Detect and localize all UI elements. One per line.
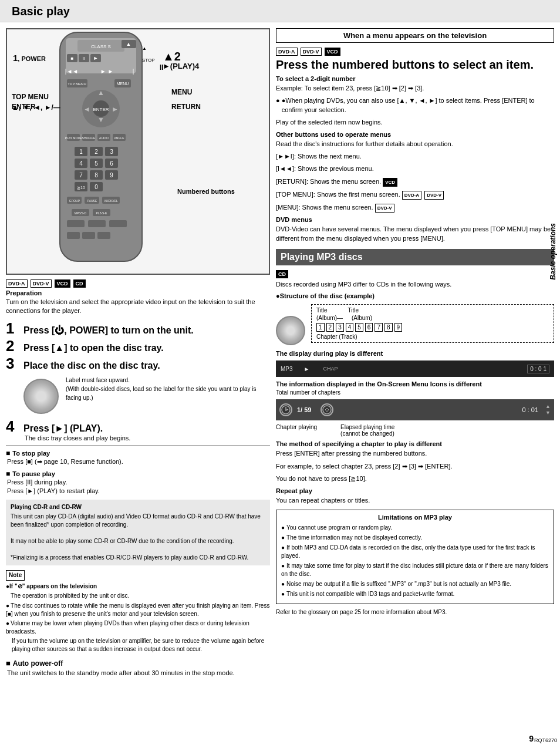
- method-text2: For example, to select chapter 23, press…: [276, 462, 554, 471]
- svg-text:■: ■: [71, 56, 74, 61]
- chapter-playing-label: Chapter playing: [276, 424, 317, 437]
- preparation-title: Preparation: [6, 289, 270, 296]
- select-2digit-title: To select a 2-digit number: [276, 75, 554, 82]
- label-numbered: Numbered buttons: [177, 188, 235, 195]
- lim6: This unit is not compatible with ID3 tag…: [281, 590, 549, 598]
- badge-btn4-v: DVD-V: [424, 191, 444, 200]
- menu-banner: When a menu appears on the television: [276, 28, 554, 43]
- display-title: The display during play is different: [276, 350, 554, 357]
- page-title: Basic play: [0, 0, 560, 22]
- method-title: The method of specifying a chapter to pl…: [276, 440, 554, 447]
- method-text1: Press [ENTER] after pressing the numbere…: [276, 449, 554, 458]
- step-3-row: 3 Place the disc on the disc tray.: [6, 356, 270, 371]
- svg-text:►: ►: [112, 105, 119, 113]
- badge-row-cd: CD: [276, 270, 554, 278]
- to-pause-title: To pause play: [6, 470, 270, 478]
- remote-illustration: CLASS S ■ II ► |◄◄ ► ► | ▲ TOP MENU: [6, 28, 270, 275]
- remote-svg: CLASS S ■ II ► |◄◄ ► ► | ▲ TOP MENU: [42, 29, 160, 264]
- total-chapters-label: Total number of chapters: [276, 389, 554, 396]
- svg-text:PL3-S-E: PL3-S-E: [96, 211, 108, 215]
- tree-chapter-label: Chapter (Track): [316, 333, 549, 340]
- step-3-num: 3: [6, 356, 23, 371]
- svg-text:4: 4: [79, 160, 83, 167]
- lim4: It may take some time for play to start …: [281, 562, 549, 578]
- btn2: [I◄◄]: Shows the previous menu.: [276, 164, 554, 173]
- note-item1-label: ●If "⊘" appears on the television: [6, 582, 270, 591]
- icons-labels: Chapter playing Elapsed playing time (ca…: [276, 424, 554, 437]
- svg-text:9: 9: [110, 172, 113, 178]
- badge-btn5: DVD-V: [375, 204, 394, 213]
- limitations-box: Limitations on MP3 play You cannot use p…: [276, 510, 554, 604]
- tree-num-6: 6: [365, 323, 373, 332]
- to-pause-line2: Press [►] (PLAY) to restart play.: [7, 487, 270, 496]
- limitations-title: Limitations on MP3 play: [281, 514, 549, 521]
- preparation-text: Turn on the television and select the ap…: [6, 298, 270, 316]
- badge-dvd-a: DVD-A: [6, 279, 28, 288]
- svg-rect-66: [67, 220, 85, 227]
- to-stop-text: Press [■] (➡ page 10, Resume function).: [7, 457, 270, 466]
- svg-text:≧10: ≧10: [77, 186, 85, 190]
- svg-text:PLAY MODE: PLAY MODE: [65, 136, 82, 140]
- mp3-banner: Playing MP3 discs: [276, 249, 554, 265]
- auto-power-title: Auto power-off: [13, 659, 63, 669]
- disc-section: Label must face upward. (With double-sid…: [23, 376, 270, 414]
- svg-text:ENTER: ENTER: [93, 107, 109, 112]
- svg-text:TOP MENU: TOP MENU: [68, 82, 86, 86]
- tree-title2: Title: [348, 307, 359, 314]
- info-box-text1: This unit can play CD-DA (digital audio)…: [11, 513, 265, 529]
- note-item3b: If you turn the volume up on the televis…: [12, 637, 270, 653]
- label-play4: ►(PLAY)4: [163, 62, 199, 70]
- svg-text:SHUFFLE: SHUFFLE: [82, 136, 96, 140]
- note-item3: Volume may be lower when playing DVDs th…: [6, 619, 270, 636]
- left-column: CLASS S ■ II ► |◄◄ ► ► | ▲ TOP MENU: [6, 28, 270, 678]
- note-box: Note ●If "⊘" appears on the television T…: [6, 570, 270, 653]
- mp3-intro: Discs recorded using MP3 differ to CDs i…: [276, 280, 554, 289]
- svg-text:1: 1: [79, 149, 83, 155]
- glossary-text: Refer to the glossary on page 25 for mor…: [276, 609, 554, 615]
- step-1-num: 1: [6, 321, 23, 336]
- step-2-num: 2: [6, 338, 23, 353]
- svg-text:ANGLE: ANGLE: [114, 136, 125, 140]
- tree-album1: (Album)—: [316, 315, 343, 321]
- note-title: Note: [6, 570, 25, 581]
- svg-text:2: 2: [95, 149, 98, 155]
- icon-circle-1: [279, 403, 292, 416]
- to-pause-line1: Press [II] during play.: [7, 478, 270, 487]
- info-box-title: Playing CD-R and CD-RW: [11, 503, 265, 511]
- preparation-section: Preparation Turn on the television and s…: [6, 289, 270, 316]
- svg-rect-68: [109, 220, 127, 227]
- step-4-num: 4: [6, 419, 23, 434]
- tree-num-1: 1: [316, 323, 325, 332]
- tree-num-3: 3: [336, 323, 344, 332]
- badge-btn4-a: DVD-A: [402, 191, 421, 200]
- btn3: [RETURN]: Shows the menu screen. VCD: [276, 177, 554, 187]
- svg-text:▲: ▲: [126, 41, 131, 47]
- svg-text:CLASS S: CLASS S: [91, 44, 111, 49]
- label-1-power: 1, POWER: [13, 53, 46, 63]
- svg-text:6: 6: [110, 160, 113, 167]
- tree-num-4: 4: [346, 323, 354, 332]
- press-heading: Press the numbered buttons to select an …: [276, 58, 554, 72]
- svg-point-75: [323, 406, 331, 414]
- icon-circle-2: [321, 403, 333, 416]
- structure-diagram: Title Title (Album)— (Album) 1 2 3 4 5 6…: [276, 304, 554, 345]
- other-buttons-intro: Read the disc's instructions for further…: [276, 140, 554, 149]
- method-text3: You do not have to press [≧10].: [276, 474, 554, 483]
- step-4-content: Press [►] (PLAY). The disc tray closes a…: [23, 423, 130, 441]
- repeat-text: You can repeat chapters or titles.: [276, 496, 554, 505]
- display-time: 0 : 0 1: [527, 365, 549, 373]
- disc-label-1: Label must face upward.: [66, 376, 270, 385]
- svg-text:|: |: [133, 68, 134, 75]
- svg-text:AUDIO/DL: AUDIO/DL: [104, 199, 118, 203]
- other-buttons-title: Other buttons used to operate menus: [276, 131, 554, 138]
- auto-power-text: The unit switches to the standby mode af…: [7, 669, 270, 678]
- badge-row-right: DVD-A DVD-V VCD: [276, 48, 554, 56]
- svg-rect-67: [88, 220, 106, 227]
- svg-text:7: 7: [79, 172, 83, 178]
- select-2digit-text3: Play of the selected item now begins.: [276, 118, 554, 127]
- elapsed-label: Elapsed playing time (cannot be changed): [340, 424, 394, 437]
- svg-rect-69: [67, 232, 80, 239]
- right-column: When a menu appears on the television DV…: [276, 28, 554, 678]
- select-2digit-text1: Example: To select item 23, press [≧10] …: [276, 84, 554, 93]
- btn1: [►►I]: Shows the next menu.: [276, 152, 554, 161]
